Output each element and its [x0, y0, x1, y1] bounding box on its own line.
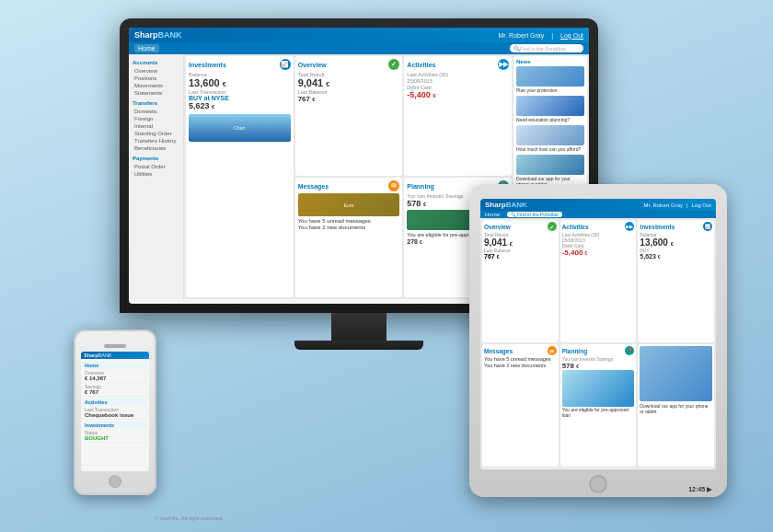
tablet-planning-title: Planning	[562, 348, 587, 354]
sidebar-item-internal[interactable]: Internal	[129, 122, 183, 130]
tablet-activities-title: Activities	[562, 224, 589, 230]
desktop-logout[interactable]: Log Out	[560, 32, 583, 39]
messages-unread: You have 5 unread messages	[298, 218, 400, 224]
tablet-investments-header: Investments 📈	[640, 222, 712, 231]
monitor-stand	[331, 313, 386, 341]
sidebar-transfers-header: Transfers	[129, 98, 183, 108]
phone-investments-section: Investments	[83, 422, 147, 429]
phone-activities-value: Chequebook issue	[85, 412, 145, 418]
sidebar-item-statements[interactable]: Statements	[129, 89, 183, 97]
desktop-nav-home[interactable]: Home	[134, 44, 159, 52]
tablet-messages-docs: You have 2 new documents	[484, 363, 557, 368]
tablet-overview-widget: Overview ✓ Total Result 9,041 € Last Bal…	[482, 220, 559, 342]
tablet-logout[interactable]: Log Out	[692, 202, 711, 208]
phone-app-body: Home Overview € 14,367 Savings € 767 Act…	[81, 359, 149, 444]
activities-widget-header: Activities ▶▶	[407, 59, 509, 70]
tablet-activities-amount: -5,400 €	[562, 249, 635, 257]
news-item-4: Download our app for your phone or table…	[516, 155, 584, 187]
sidebar-item-transfers-history[interactable]: Transfers History	[129, 137, 183, 145]
investments-widget: Investments 📈 Balance 13,600 € Last Tran…	[186, 56, 294, 297]
messages-title: Messages	[298, 183, 329, 190]
tablet-planning-img	[562, 370, 635, 407]
news-title-1: Plan your protection	[516, 87, 584, 93]
news-title-2: Need education planning?	[516, 117, 584, 122]
tablet-investments-value: 13,600 €	[640, 237, 712, 248]
phone-overview-value: € 14,367	[85, 376, 145, 381]
phone-nav-home: Home	[83, 362, 147, 369]
tablet-planning-icon: 📍	[625, 346, 634, 355]
activities-widget: Activities ▶▶ Last Activities (30) 25/08…	[404, 56, 512, 176]
news-item-3: How much loan can you afford?	[516, 125, 584, 152]
sidebar-item-utilities[interactable]: Utilities	[129, 170, 183, 178]
tablet-planning-widget: Planning 📍 You can Investin Savings 578 …	[560, 344, 637, 467]
desktop-user-nav: Mr. Robert Gray | Log Out	[498, 32, 583, 39]
sidebar-item-postal-order[interactable]: Postal Order	[129, 163, 183, 170]
investments-widget-header: Investments 📈	[189, 59, 291, 70]
sidebar-payments-header: Payments	[129, 154, 183, 163]
desktop-sidebar: Accounts Overview Positions Movements St…	[129, 54, 184, 299]
sidebar-item-domestic[interactable]: Domestic	[129, 108, 183, 115]
tablet-news-img	[640, 346, 712, 401]
tablet-app-body: Overview ✓ Total Result 9,041 € Last Bal…	[480, 218, 716, 468]
tablet-planning-loan: You are eligible for pre-approved loan	[562, 407, 635, 418]
tablet-activities-icon: ▶▶	[625, 222, 634, 231]
news-item-2: Need education planning?	[516, 96, 584, 122]
tablet-messages-title: Messages	[484, 348, 513, 354]
news-img-4	[516, 155, 584, 175]
tablet-search[interactable]: 🔍 Find in the Portalbar	[507, 212, 562, 217]
tablet-time: 12:45 ▶	[688, 486, 711, 493]
tablet-activities-widget: Activities ▶▶ Last Activities (30) 25/08…	[560, 220, 637, 342]
phone-bezel: SharpBANK Home Overview € 14,367 Savings…	[74, 330, 156, 495]
news-img-2	[516, 96, 584, 116]
tablet-home-button[interactable]	[589, 475, 607, 493]
messages-news-img: Euro	[298, 193, 400, 216]
overview-total-value: 9,041 €	[298, 77, 400, 88]
news-img-1	[516, 66, 584, 87]
overview-balance-value: 767 €	[298, 95, 400, 103]
investments-title: Investments	[189, 62, 226, 68]
tablet-nav: Home 🔍 Find in the Portalbar	[480, 211, 716, 218]
sidebar-item-foreign[interactable]: Foreign	[129, 115, 183, 122]
phone-investments-value: BOUGHT	[85, 435, 145, 441]
phone-device: SharpBANK Home Overview € 14,367 Savings…	[74, 330, 156, 495]
tablet-balance-value: 767 €	[484, 253, 557, 260]
investments-balance-value: 13,600 €	[189, 77, 291, 88]
tablet-user-nav: Mr. Robert Gray | Log Out	[643, 202, 711, 208]
tablet-device: SharpBANK Mr. Robert Gray | Log Out Home…	[469, 184, 727, 497]
sidebar-accounts-header: Accounts	[129, 58, 183, 67]
tablet-nav-home[interactable]: Home	[485, 212, 500, 217]
tablet-logo: SharpBANK	[485, 201, 527, 209]
tablet-logo-bold: BANK	[506, 201, 527, 209]
tablet-investments-widget: Investments 📈 Balance 13,600 € BUY 5,623…	[638, 220, 714, 342]
news-item-1: Plan your protection	[516, 66, 584, 93]
tablet-app-header: SharpBANK Mr. Robert Gray | Log Out	[480, 199, 716, 211]
phone-bank-app: SharpBANK Home Overview € 14,367 Savings…	[81, 352, 149, 471]
footer-copyright: © Insertix. All right reserved.	[155, 515, 224, 521]
tablet-messages-widget: Messages ✉ You have 5 unread messages Yo…	[482, 344, 559, 467]
tablet-overview-value: 9,041 €	[484, 237, 557, 248]
logo-bold: BANK	[158, 30, 182, 40]
sidebar-item-overview[interactable]: Overview	[129, 67, 183, 75]
phone-savings-section: Savings € 767	[83, 383, 147, 397]
desktop-nav-bar: Home 🔍 Find in the Portalbar	[129, 42, 589, 54]
phone-app-header: SharpBANK	[81, 352, 149, 359]
phone-investments-item: Status BOUGHT	[83, 429, 147, 443]
news-title-3: How much loan can you afford?	[516, 146, 584, 152]
sidebar-item-standing-order[interactable]: Standing Order	[129, 130, 183, 137]
sidebar-item-beneficiaries[interactable]: Beneficiaries	[129, 145, 183, 152]
tablet-screen: SharpBANK Mr. Robert Gray | Log Out Home…	[480, 199, 716, 469]
desktop-search[interactable]: 🔍 Find in the Portalbar	[510, 44, 583, 52]
sidebar-item-movements[interactable]: Movements	[129, 82, 183, 89]
overview-icon: ✓	[388, 59, 399, 70]
investments-transaction-type: BUY at NYSE	[189, 95, 291, 101]
tablet-investments-amount: 5,623 €	[640, 253, 712, 260]
sidebar-item-positions[interactable]: Positions	[129, 75, 183, 82]
tablet-investments-title: Investments	[640, 224, 675, 230]
tablet-overview-title: Overview	[484, 224, 511, 230]
phone-activities-item: Last Transaction Chequebook issue	[83, 406, 147, 420]
phone-activities-section: Activities	[83, 399, 147, 406]
monitor-base	[294, 341, 423, 350]
phone-home-button[interactable]	[109, 475, 121, 488]
tablet-news-text: Download our app for your phone or table…	[640, 403, 712, 414]
desktop-app-header: SharpBANK Mr. Robert Gray | Log Out	[129, 28, 589, 42]
